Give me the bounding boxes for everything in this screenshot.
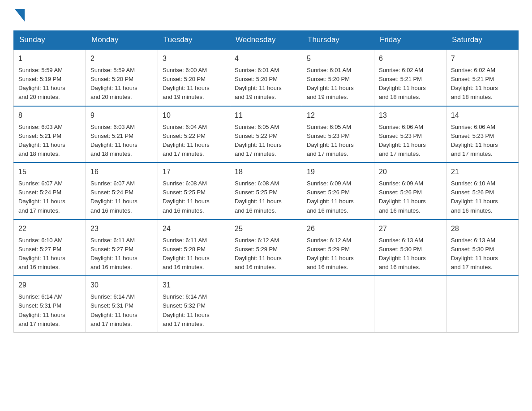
day-number: 31 [163, 280, 225, 291]
day-number: 29 [18, 280, 81, 291]
day-info: Sunrise: 6:10 AMSunset: 5:27 PMDaylight:… [18, 237, 65, 270]
calendar-week-row: 29 Sunrise: 6:14 AMSunset: 5:31 PMDaylig… [14, 276, 519, 332]
calendar-cell [230, 276, 302, 332]
day-info: Sunrise: 6:10 AMSunset: 5:26 PMDaylight:… [451, 180, 498, 214]
day-info: Sunrise: 6:09 AMSunset: 5:26 PMDaylight:… [307, 180, 354, 214]
day-info: Sunrise: 6:01 AMSunset: 5:20 PMDaylight:… [307, 67, 354, 100]
day-number: 16 [90, 167, 153, 177]
calendar-cell [374, 276, 446, 332]
header-sunday: Sunday [14, 31, 86, 50]
day-number: 4 [235, 53, 297, 64]
day-info: Sunrise: 6:03 AMSunset: 5:21 PMDaylight:… [18, 124, 65, 157]
day-info: Sunrise: 5:59 AMSunset: 5:19 PMDaylight:… [18, 67, 65, 100]
calendar-cell: 19 Sunrise: 6:09 AMSunset: 5:26 PMDaylig… [302, 163, 374, 219]
day-info: Sunrise: 6:14 AMSunset: 5:31 PMDaylight:… [18, 293, 65, 327]
day-number: 7 [451, 53, 514, 64]
day-number: 23 [90, 223, 153, 234]
calendar-week-row: 15 Sunrise: 6:07 AMSunset: 5:24 PMDaylig… [14, 163, 519, 219]
calendar-cell: 15 Sunrise: 6:07 AMSunset: 5:24 PMDaylig… [14, 163, 86, 219]
header-thursday: Thursday [302, 31, 374, 50]
calendar-cell: 26 Sunrise: 6:12 AMSunset: 5:29 PMDaylig… [302, 219, 374, 276]
day-number: 25 [235, 223, 297, 234]
calendar-cell: 1 Sunrise: 5:59 AMSunset: 5:19 PMDayligh… [14, 49, 86, 106]
calendar-cell: 12 Sunrise: 6:05 AMSunset: 5:23 PMDaylig… [302, 106, 374, 163]
calendar-cell: 22 Sunrise: 6:10 AMSunset: 5:27 PMDaylig… [14, 219, 86, 276]
calendar-cell: 16 Sunrise: 6:07 AMSunset: 5:24 PMDaylig… [86, 163, 158, 219]
calendar-cell: 8 Sunrise: 6:03 AMSunset: 5:21 PMDayligh… [14, 106, 86, 163]
day-number: 8 [18, 110, 81, 121]
day-number: 15 [18, 167, 81, 177]
day-number: 28 [451, 223, 514, 234]
day-number: 9 [90, 110, 153, 121]
day-info: Sunrise: 6:07 AMSunset: 5:24 PMDaylight:… [90, 180, 137, 214]
day-number: 2 [90, 53, 153, 64]
calendar-cell: 3 Sunrise: 6:00 AMSunset: 5:20 PMDayligh… [158, 49, 230, 106]
calendar-cell: 24 Sunrise: 6:11 AMSunset: 5:28 PMDaylig… [158, 219, 230, 276]
page-header [13, 9, 519, 21]
calendar-cell: 11 Sunrise: 6:05 AMSunset: 5:22 PMDaylig… [230, 106, 302, 163]
calendar-cell: 4 Sunrise: 6:01 AMSunset: 5:20 PMDayligh… [230, 49, 302, 106]
svg-marker-0 [15, 9, 25, 21]
day-info: Sunrise: 6:14 AMSunset: 5:31 PMDaylight:… [90, 293, 137, 327]
calendar-cell: 5 Sunrise: 6:01 AMSunset: 5:20 PMDayligh… [302, 49, 374, 106]
calendar-cell: 7 Sunrise: 6:02 AMSunset: 5:21 PMDayligh… [446, 49, 519, 106]
calendar-cell: 10 Sunrise: 6:04 AMSunset: 5:22 PMDaylig… [158, 106, 230, 163]
day-info: Sunrise: 6:02 AMSunset: 5:21 PMDaylight:… [451, 67, 498, 100]
day-number: 30 [90, 280, 153, 291]
day-number: 22 [18, 223, 81, 234]
calendar-cell: 25 Sunrise: 6:12 AMSunset: 5:29 PMDaylig… [230, 219, 302, 276]
day-number: 13 [379, 110, 442, 121]
day-number: 24 [163, 223, 225, 234]
day-info: Sunrise: 6:12 AMSunset: 5:29 PMDaylight:… [235, 237, 282, 270]
day-number: 6 [379, 53, 442, 64]
calendar-cell: 9 Sunrise: 6:03 AMSunset: 5:21 PMDayligh… [86, 106, 158, 163]
calendar-cell: 13 Sunrise: 6:06 AMSunset: 5:23 PMDaylig… [374, 106, 446, 163]
day-info: Sunrise: 6:13 AMSunset: 5:30 PMDaylight:… [379, 237, 426, 270]
day-info: Sunrise: 6:00 AMSunset: 5:20 PMDaylight:… [163, 67, 210, 100]
day-info: Sunrise: 6:08 AMSunset: 5:25 PMDaylight:… [163, 180, 210, 214]
header-wednesday: Wednesday [230, 31, 302, 50]
calendar-cell: 23 Sunrise: 6:11 AMSunset: 5:27 PMDaylig… [86, 219, 158, 276]
day-info: Sunrise: 6:13 AMSunset: 5:30 PMDaylight:… [451, 237, 498, 270]
header-friday: Friday [374, 31, 446, 50]
calendar-cell: 20 Sunrise: 6:09 AMSunset: 5:26 PMDaylig… [374, 163, 446, 219]
day-info: Sunrise: 6:06 AMSunset: 5:23 PMDaylight:… [379, 124, 426, 157]
calendar-cell: 29 Sunrise: 6:14 AMSunset: 5:31 PMDaylig… [14, 276, 86, 332]
day-number: 20 [379, 167, 442, 177]
day-info: Sunrise: 6:09 AMSunset: 5:26 PMDaylight:… [379, 180, 426, 214]
calendar-cell: 31 Sunrise: 6:14 AMSunset: 5:32 PMDaylig… [158, 276, 230, 332]
day-info: Sunrise: 6:04 AMSunset: 5:22 PMDaylight:… [163, 124, 210, 157]
calendar-cell: 17 Sunrise: 6:08 AMSunset: 5:25 PMDaylig… [158, 163, 230, 219]
calendar-week-row: 22 Sunrise: 6:10 AMSunset: 5:27 PMDaylig… [14, 219, 519, 276]
day-number: 10 [163, 110, 225, 121]
day-info: Sunrise: 6:12 AMSunset: 5:29 PMDaylight:… [307, 237, 354, 270]
logo [13, 9, 25, 21]
calendar-cell: 30 Sunrise: 6:14 AMSunset: 5:31 PMDaylig… [86, 276, 158, 332]
day-number: 1 [18, 53, 81, 64]
day-number: 21 [451, 167, 514, 177]
day-number: 17 [163, 167, 225, 177]
day-number: 18 [235, 167, 297, 177]
calendar-cell: 21 Sunrise: 6:10 AMSunset: 5:26 PMDaylig… [446, 163, 519, 219]
header-saturday: Saturday [446, 31, 519, 50]
header-monday: Monday [86, 31, 158, 50]
calendar-cell: 28 Sunrise: 6:13 AMSunset: 5:30 PMDaylig… [446, 219, 519, 276]
calendar-cell: 27 Sunrise: 6:13 AMSunset: 5:30 PMDaylig… [374, 219, 446, 276]
day-info: Sunrise: 6:05 AMSunset: 5:22 PMDaylight:… [235, 124, 282, 157]
calendar-cell: 14 Sunrise: 6:06 AMSunset: 5:23 PMDaylig… [446, 106, 519, 163]
day-info: Sunrise: 6:07 AMSunset: 5:24 PMDaylight:… [18, 180, 65, 214]
calendar-week-row: 1 Sunrise: 5:59 AMSunset: 5:19 PMDayligh… [14, 49, 519, 106]
day-info: Sunrise: 5:59 AMSunset: 5:20 PMDaylight:… [90, 67, 137, 100]
calendar-week-row: 8 Sunrise: 6:03 AMSunset: 5:21 PMDayligh… [14, 106, 519, 163]
calendar-cell: 18 Sunrise: 6:08 AMSunset: 5:25 PMDaylig… [230, 163, 302, 219]
day-number: 12 [307, 110, 369, 121]
header-tuesday: Tuesday [158, 31, 230, 50]
day-number: 19 [307, 167, 369, 177]
day-number: 27 [379, 223, 442, 234]
day-info: Sunrise: 6:11 AMSunset: 5:27 PMDaylight:… [90, 237, 137, 270]
calendar-cell [302, 276, 374, 332]
day-info: Sunrise: 6:14 AMSunset: 5:32 PMDaylight:… [163, 293, 210, 327]
calendar-cell: 6 Sunrise: 6:02 AMSunset: 5:21 PMDayligh… [374, 49, 446, 106]
day-info: Sunrise: 6:01 AMSunset: 5:20 PMDaylight:… [235, 67, 282, 100]
day-info: Sunrise: 6:02 AMSunset: 5:21 PMDaylight:… [379, 67, 426, 100]
